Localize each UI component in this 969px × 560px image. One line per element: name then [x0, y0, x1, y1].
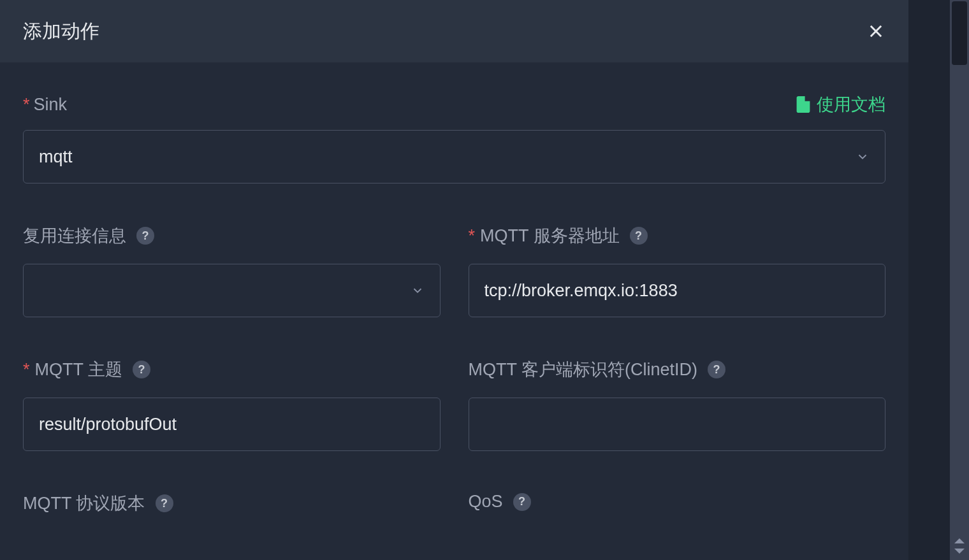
close-icon	[867, 22, 885, 40]
sink-select[interactable]: mqtt	[23, 130, 885, 183]
modal-body: *Sink 使用文档 mqtt 复用连接信息	[0, 62, 908, 531]
reuse-connection-select[interactable]	[23, 264, 441, 317]
scroll-up-icon[interactable]	[953, 537, 966, 545]
qos-label: QoS ?	[469, 492, 886, 512]
close-button[interactable]	[866, 22, 885, 41]
mqtt-client-id-input[interactable]	[469, 398, 886, 451]
help-icon[interactable]: ?	[133, 361, 150, 378]
reuse-connection-field: 复用连接信息 ?	[23, 224, 441, 317]
mqtt-protocol-version-field: MQTT 协议版本 ?	[23, 492, 441, 531]
svg-marker-3	[954, 549, 965, 554]
svg-marker-2	[954, 538, 965, 543]
mqtt-protocol-version-label: MQTT 协议版本 ?	[23, 492, 441, 515]
docs-link[interactable]: 使用文档	[796, 93, 885, 116]
reuse-connection-label: 复用连接信息 ?	[23, 224, 441, 247]
mqtt-server-input[interactable]	[469, 264, 886, 317]
mqtt-client-id-label: MQTT 客户端标识符(ClinetID) ?	[469, 358, 886, 381]
scroll-down-icon[interactable]	[953, 547, 966, 555]
mqtt-topic-label: * MQTT 主题 ?	[23, 358, 441, 381]
chevron-down-icon	[856, 150, 870, 164]
modal-title: 添加动作	[23, 18, 99, 45]
mqtt-server-label: * MQTT 服务器地址 ?	[469, 224, 886, 247]
help-icon[interactable]: ?	[513, 493, 531, 511]
qos-field: QoS ?	[469, 492, 886, 531]
document-icon	[796, 96, 810, 113]
scrollbar-arrows	[953, 537, 966, 555]
mqtt-topic-input[interactable]	[23, 398, 441, 451]
sink-label: *Sink	[23, 95, 67, 115]
mqtt-client-id-field: MQTT 客户端标识符(ClinetID) ?	[469, 358, 886, 451]
docs-link-label: 使用文档	[817, 93, 885, 116]
help-icon[interactable]: ?	[630, 227, 648, 245]
mqtt-topic-field: * MQTT 主题 ?	[23, 358, 441, 451]
scrollbar-thumb[interactable]	[952, 1, 967, 65]
help-icon[interactable]: ?	[708, 361, 725, 378]
help-icon[interactable]: ?	[136, 227, 154, 245]
chevron-down-icon	[411, 284, 425, 298]
add-action-modal: 添加动作 *Sink 使用文档	[0, 0, 908, 560]
sink-value: mqtt	[39, 147, 73, 167]
help-icon[interactable]: ?	[156, 494, 173, 512]
scrollbar[interactable]	[950, 0, 969, 560]
modal-header: 添加动作	[0, 0, 908, 62]
mqtt-server-field: * MQTT 服务器地址 ?	[469, 224, 886, 317]
